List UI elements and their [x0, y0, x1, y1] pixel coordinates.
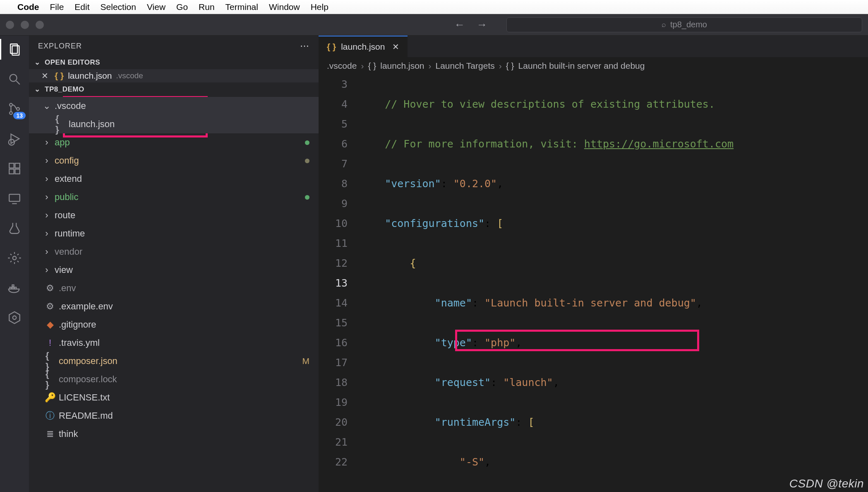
- settings-gear-icon[interactable]: [7, 250, 22, 266]
- svg-rect-13: [9, 194, 20, 201]
- file-gitignore[interactable]: ◆ .gitignore: [29, 316, 319, 334]
- search-icon[interactable]: [7, 71, 22, 87]
- docker-icon[interactable]: [7, 280, 22, 296]
- folder-extend[interactable]: › extend: [29, 170, 319, 188]
- app-name[interactable]: Code: [17, 2, 39, 12]
- open-editor-item[interactable]: ✕ { } launch.json .vscode: [29, 69, 319, 82]
- svg-marker-20: [9, 312, 20, 323]
- file-label: launch.json: [69, 119, 115, 130]
- explorer-sidebar: EXPLORER ⋯ ⌄ OPEN EDITORS ✕ { } launch.j…: [29, 36, 319, 492]
- file-label: .travis.yml: [59, 338, 100, 348]
- folder-vendor[interactable]: › vendor: [29, 243, 319, 261]
- nav-forward-icon[interactable]: →: [477, 18, 487, 31]
- svg-point-15: [13, 256, 17, 260]
- annotation-highlight: [455, 330, 699, 351]
- folder-label: view: [55, 265, 73, 275]
- folder-label: vendor: [55, 246, 82, 257]
- folder-view[interactable]: › view: [29, 261, 319, 279]
- menu-go[interactable]: Go: [176, 2, 188, 12]
- file-label: .gitignore: [59, 319, 96, 330]
- crumb[interactable]: launch.json: [380, 61, 424, 71]
- menu-selection[interactable]: Selection: [101, 2, 136, 12]
- folder-label: extend: [55, 174, 82, 184]
- extensions-icon[interactable]: [7, 161, 22, 176]
- open-editor-dir: .vscode: [116, 71, 143, 80]
- crumb[interactable]: Launch Targets: [436, 61, 495, 71]
- folder-config[interactable]: › config: [29, 152, 319, 170]
- file-license[interactable]: 🔑 LICENSE.txt: [29, 388, 319, 407]
- svg-point-4: [10, 104, 12, 106]
- nav-back-icon[interactable]: ←: [454, 18, 465, 31]
- breadcrumb[interactable]: .vscode › { } launch.json › Launch Targe…: [319, 57, 868, 75]
- activity-bar: 13: [0, 36, 29, 492]
- file-think[interactable]: ≣ think: [29, 425, 319, 443]
- file-composer-json[interactable]: { } composer.json M: [29, 352, 319, 370]
- mac-menu-bar: Code File Edit Selection View Go Run Ter…: [0, 0, 868, 14]
- chevron-down-icon: ⌄: [43, 101, 50, 111]
- svg-rect-11: [9, 169, 14, 174]
- menu-window[interactable]: Window: [269, 2, 300, 12]
- menu-help[interactable]: Help: [311, 2, 328, 12]
- close-editor-icon[interactable]: ✕: [41, 71, 50, 81]
- crumb[interactable]: Launch built-in server and debug: [518, 61, 645, 71]
- json-icon: { }: [506, 61, 514, 71]
- file-readme[interactable]: ⓘ README.md: [29, 407, 319, 425]
- window-titlebar: ← → ⌕ tp8_demo: [0, 14, 868, 36]
- kubernetes-icon[interactable]: [7, 310, 22, 326]
- editor-area: { } launch.json ✕ .vscode › { } launch.j…: [319, 36, 868, 492]
- file-example-env[interactable]: ⚙ .example.env: [29, 297, 319, 316]
- tab-launch-json[interactable]: { } launch.json ✕: [319, 36, 408, 57]
- line-gutter: 345 678 91011 121314 151617 181920 2122: [319, 75, 357, 492]
- file-launch-json[interactable]: { } launch.json: [29, 115, 319, 133]
- svg-rect-12: [15, 169, 19, 174]
- chevron-right-icon: ›: [43, 174, 50, 184]
- file-icon: ≣: [46, 429, 55, 439]
- chevron-right-icon: ›: [43, 192, 50, 203]
- zoom-icon[interactable]: [36, 21, 44, 29]
- open-editors-header[interactable]: ⌄ OPEN EDITORS: [29, 55, 319, 69]
- folder-app[interactable]: › app: [29, 133, 319, 152]
- source-control-icon[interactable]: 13: [7, 101, 22, 117]
- menu-file[interactable]: File: [50, 2, 64, 12]
- command-center[interactable]: ⌕ tp8_demo: [506, 17, 862, 32]
- json-icon: { }: [368, 61, 376, 71]
- open-editors-label: OPEN EDITORS: [45, 58, 100, 67]
- close-icon[interactable]: [6, 21, 14, 29]
- chevron-right-icon: ›: [429, 61, 432, 71]
- menu-view[interactable]: View: [147, 2, 165, 12]
- search-text: tp8_demo: [670, 20, 707, 29]
- close-tab-icon[interactable]: ✕: [392, 42, 399, 52]
- file-travis[interactable]: ! .travis.yml: [29, 334, 319, 352]
- minimize-icon[interactable]: [21, 21, 29, 29]
- code-editor[interactable]: 345 678 91011 121314 151617 181920 2122 …: [319, 75, 868, 492]
- tab-label: launch.json: [341, 42, 385, 52]
- folder-public[interactable]: › public: [29, 188, 319, 206]
- folder-vscode[interactable]: ⌄ .vscode: [29, 97, 319, 115]
- svg-point-2: [10, 75, 17, 82]
- code-body[interactable]: // Hover to view descriptions of existin…: [357, 75, 868, 492]
- chevron-right-icon: ›: [43, 246, 50, 257]
- open-editor-name: launch.json: [68, 71, 112, 81]
- explorer-more-icon[interactable]: ⋯: [300, 41, 309, 51]
- explorer-icon[interactable]: [7, 41, 22, 57]
- gear-icon: ⚙: [46, 301, 55, 312]
- chevron-down-icon: ⌄: [34, 58, 41, 67]
- file-composer-lock[interactable]: { } composer.lock: [29, 370, 319, 388]
- testing-icon[interactable]: [7, 220, 22, 236]
- folder-route[interactable]: › route: [29, 206, 319, 224]
- traffic-lights[interactable]: [6, 21, 44, 29]
- project-name: TP8_DEMO: [45, 85, 84, 94]
- crumb[interactable]: .vscode: [327, 61, 357, 71]
- menu-run[interactable]: Run: [199, 2, 215, 12]
- file-env[interactable]: ⚙ .env: [29, 279, 319, 297]
- remote-icon[interactable]: [7, 191, 22, 206]
- run-debug-icon[interactable]: [7, 131, 22, 147]
- git-modified-icon: [305, 195, 309, 200]
- menu-edit[interactable]: Edit: [74, 2, 89, 12]
- chevron-right-icon: ›: [43, 210, 50, 221]
- menu-terminal[interactable]: Terminal: [225, 2, 258, 12]
- folder-runtime[interactable]: › runtime: [29, 224, 319, 243]
- project-header[interactable]: ⌄ TP8_DEMO: [29, 82, 319, 96]
- file-label: .example.env: [59, 301, 113, 312]
- watermark: CSDN @tekin: [789, 477, 864, 490]
